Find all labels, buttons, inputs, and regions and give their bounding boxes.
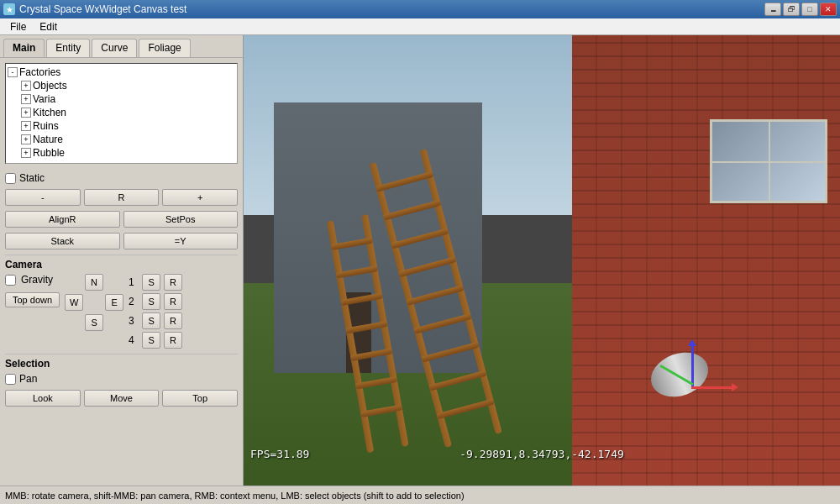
tab-foliage[interactable]: Foliage <box>139 39 190 57</box>
controls-section: Static - R + AlignR SetPos Stack =Y Came… <box>0 169 243 486</box>
tab-curve[interactable]: Curve <box>92 39 137 57</box>
slot-label-2: 2 <box>129 296 139 307</box>
plus-button[interactable]: + <box>162 189 238 206</box>
title-bar: ★ Crystal Space WxWidget Canvas test 🗕 🗗… <box>0 0 840 18</box>
selection-label: Selection <box>5 358 238 370</box>
tree-label-rubble: Rubble <box>33 147 65 159</box>
tree-item-varia[interactable]: + Varia <box>8 92 235 106</box>
maximize-button[interactable]: □ <box>801 3 818 16</box>
left-panel: Main Entity Curve Foliage - Factories + … <box>0 35 244 486</box>
direction-s-button[interactable]: S <box>85 314 103 331</box>
direction-e-button[interactable]: E <box>105 294 123 311</box>
gravity-row: Gravity <box>5 274 60 286</box>
gizmo-y-axis <box>691 344 694 386</box>
r-button[interactable]: R <box>84 189 160 206</box>
gravity-checkbox[interactable] <box>5 275 16 286</box>
tree-view[interactable]: - Factories + Objects + Varia + Kitchen … <box>5 63 238 164</box>
pan-checkbox[interactable] <box>5 374 16 385</box>
tree-expand-nature[interactable]: + <box>21 134 31 144</box>
ladder-rung-5 <box>406 286 464 307</box>
ladder-rung-8 <box>429 370 487 391</box>
viewport[interactable]: FPS=31.89 -9.29891,8.34793,-42.1749 <box>244 35 840 486</box>
tree-label-ruins: Ruins <box>33 120 59 132</box>
menu-edit[interactable]: Edit <box>33 19 64 34</box>
eqy-button[interactable]: =Y <box>123 233 239 249</box>
divider-1 <box>5 255 238 255</box>
tree-expand-kitchen[interactable]: + <box>21 108 31 118</box>
static-row: Static <box>5 172 238 184</box>
slot-3-s-button[interactable]: S <box>142 312 160 329</box>
menu-file[interactable]: File <box>3 19 33 34</box>
slot-1-r-button[interactable]: R <box>164 274 182 291</box>
slot-1-s-button[interactable]: S <box>142 274 160 291</box>
brick-wall <box>572 35 841 486</box>
title-bar-controls: 🗕 🗗 □ ✕ <box>764 3 837 16</box>
tree-item-nature[interactable]: + Nature <box>8 133 235 146</box>
restore-button[interactable]: 🗗 <box>783 3 800 16</box>
close-button[interactable]: ✕ <box>820 3 837 16</box>
gravity-label: Gravity <box>21 274 53 286</box>
tab-entity[interactable]: Entity <box>46 39 90 57</box>
pan-label: Pan <box>19 373 37 385</box>
tree-root-label: Factories <box>19 66 60 78</box>
hud-coords: -9.29891,8.34793,-42.1749 <box>459 448 624 460</box>
top-down-button[interactable]: Top down <box>5 292 60 307</box>
tree-label-kitchen: Kitchen <box>33 107 66 118</box>
slot-4-s-button[interactable]: S <box>142 332 160 349</box>
menu-bar: File Edit <box>0 18 840 35</box>
status-bar: MMB: rotate camera, shift-MMB: pan camer… <box>0 486 840 504</box>
static-checkbox[interactable] <box>5 173 16 184</box>
minimize-button[interactable]: 🗕 <box>764 3 781 16</box>
minus-r-plus-row: - R + <box>5 189 238 206</box>
direction-n-button[interactable]: N <box>85 274 103 291</box>
tree-item-ruins[interactable]: + Ruins <box>8 119 235 133</box>
ladder-rung-2 <box>383 200 441 221</box>
tree-root[interactable]: - Factories <box>8 66 235 79</box>
main-layout: Main Entity Curve Foliage - Factories + … <box>0 35 840 486</box>
camera-label: Camera <box>5 259 238 270</box>
pan-row: Pan <box>5 373 238 385</box>
tree-expand-varia[interactable]: + <box>21 94 31 104</box>
top-button[interactable]: Top <box>162 390 238 407</box>
alignr-button[interactable]: AlignR <box>5 211 120 228</box>
slot-2-s-button[interactable]: S <box>142 293 160 310</box>
setpos-button[interactable]: SetPos <box>123 211 239 228</box>
tab-main[interactable]: Main <box>3 39 45 57</box>
ladder-rung-4 <box>398 257 456 278</box>
minus-button[interactable]: - <box>5 189 81 206</box>
ladder-rung-1 <box>375 171 433 192</box>
tree-item-objects[interactable]: + Objects <box>8 79 235 92</box>
tree-expand-rubble[interactable]: + <box>21 148 31 158</box>
ladder-rung-6 <box>413 313 471 334</box>
tree-label-objects: Objects <box>33 80 67 92</box>
slot-label-3: 3 <box>129 315 139 327</box>
window-title: Crystal Space WxWidget Canvas test <box>19 3 186 15</box>
gizmo-x-axis <box>691 386 733 389</box>
wall-window <box>710 119 827 203</box>
ladder-rung-7 <box>422 342 480 363</box>
direction-w-button[interactable]: W <box>65 294 83 311</box>
move-button[interactable]: Move <box>84 390 160 407</box>
look-button[interactable]: Look <box>5 390 81 407</box>
tree-expand-objects[interactable]: + <box>21 81 31 91</box>
stack-eqy-row: Stack =Y <box>5 233 238 249</box>
static-label: Static <box>19 172 45 184</box>
align-setpos-row: AlignR SetPos <box>5 211 238 228</box>
tree-item-kitchen[interactable]: + Kitchen <box>8 106 235 119</box>
look-move-top-row: Look Move Top <box>5 390 238 407</box>
slot-4-r-button[interactable]: R <box>164 332 182 349</box>
hud-fps: FPS=31.89 <box>250 448 309 460</box>
stack-button[interactable]: Stack <box>5 233 120 249</box>
app-icon: ★ <box>3 3 15 15</box>
scene-canvas: FPS=31.89 -9.29891,8.34793,-42.1749 <box>244 35 840 486</box>
slot-3-r-button[interactable]: R <box>164 312 182 329</box>
tree-expand-ruins[interactable]: + <box>21 121 31 131</box>
divider-2 <box>5 354 238 354</box>
tree-label-nature: Nature <box>33 134 63 145</box>
tree-expand-factories[interactable]: - <box>8 67 18 77</box>
tree-item-rubble[interactable]: + Rubble <box>8 146 235 160</box>
ladder-rung-3 <box>391 228 449 249</box>
slot-label-1: 1 <box>129 276 139 288</box>
slot-2-r-button[interactable]: R <box>164 293 182 310</box>
tree-label-varia: Varia <box>33 93 55 105</box>
